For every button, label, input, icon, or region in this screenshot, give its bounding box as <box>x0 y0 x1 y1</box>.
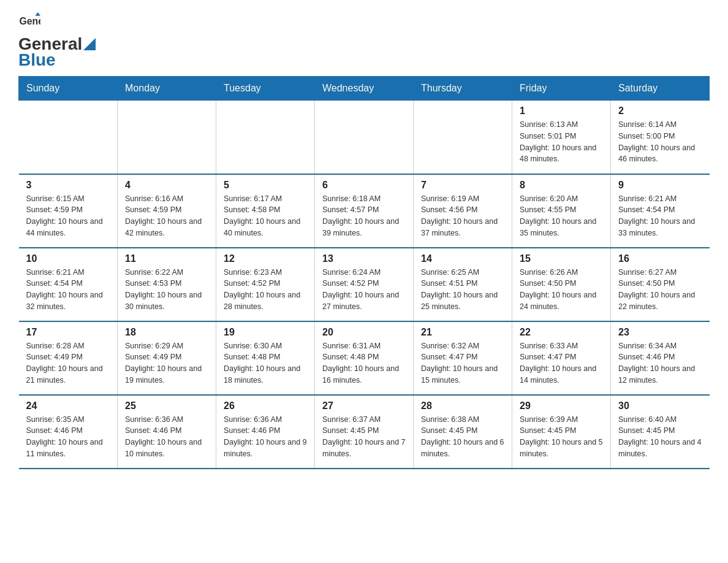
calendar-cell: 8Sunrise: 6:20 AM Sunset: 4:55 PM Daylig… <box>512 174 611 248</box>
day-info: Sunrise: 6:35 AM Sunset: 4:46 PM Dayligh… <box>26 414 110 460</box>
col-wednesday: Wednesday <box>315 77 414 101</box>
calendar-week-4: 17Sunrise: 6:28 AM Sunset: 4:49 PM Dayli… <box>19 321 710 395</box>
logo-triangle-icon <box>83 38 96 50</box>
calendar-cell: 29Sunrise: 6:39 AM Sunset: 4:45 PM Dayli… <box>512 395 611 469</box>
calendar-table: Sunday Monday Tuesday Wednesday Thursday… <box>18 76 710 469</box>
calendar-cell: 5Sunrise: 6:17 AM Sunset: 4:58 PM Daylig… <box>216 174 315 248</box>
calendar-cell: 27Sunrise: 6:37 AM Sunset: 4:45 PM Dayli… <box>315 395 414 469</box>
calendar-cell: 6Sunrise: 6:18 AM Sunset: 4:57 PM Daylig… <box>315 174 414 248</box>
day-number: 3 <box>26 180 110 191</box>
day-info: Sunrise: 6:31 AM Sunset: 4:48 PM Dayligh… <box>322 340 406 386</box>
col-tuesday: Tuesday <box>216 77 315 101</box>
day-info: Sunrise: 6:23 AM Sunset: 4:52 PM Dayligh… <box>224 267 307 313</box>
day-info: Sunrise: 6:40 AM Sunset: 4:45 PM Dayligh… <box>618 414 702 460</box>
day-number: 1 <box>520 105 603 117</box>
logo: General General Blue <box>18 12 96 70</box>
page-header: General General Blue <box>18 12 710 70</box>
calendar-cell: 10Sunrise: 6:21 AM Sunset: 4:54 PM Dayli… <box>19 248 118 321</box>
calendar-cell: 9Sunrise: 6:21 AM Sunset: 4:54 PM Daylig… <box>611 174 710 248</box>
day-info: Sunrise: 6:17 AM Sunset: 4:58 PM Dayligh… <box>224 193 307 239</box>
day-number: 11 <box>125 253 208 264</box>
calendar-cell: 26Sunrise: 6:36 AM Sunset: 4:46 PM Dayli… <box>216 395 315 469</box>
calendar-week-1: 1Sunrise: 6:13 AM Sunset: 5:01 PM Daylig… <box>19 101 710 174</box>
day-info: Sunrise: 6:19 AM Sunset: 4:56 PM Dayligh… <box>421 193 504 239</box>
col-saturday: Saturday <box>611 77 710 101</box>
day-info: Sunrise: 6:21 AM Sunset: 4:54 PM Dayligh… <box>26 267 110 313</box>
calendar-cell: 3Sunrise: 6:15 AM Sunset: 4:59 PM Daylig… <box>19 174 118 248</box>
svg-text:General: General <box>19 16 40 26</box>
day-number: 15 <box>520 253 603 264</box>
day-info: Sunrise: 6:27 AM Sunset: 4:50 PM Dayligh… <box>618 267 702 313</box>
day-info: Sunrise: 6:14 AM Sunset: 5:00 PM Dayligh… <box>618 119 702 165</box>
day-info: Sunrise: 6:39 AM Sunset: 4:45 PM Dayligh… <box>520 414 603 460</box>
calendar-cell: 20Sunrise: 6:31 AM Sunset: 4:48 PM Dayli… <box>315 321 414 395</box>
calendar-cell: 1Sunrise: 6:13 AM Sunset: 5:01 PM Daylig… <box>512 101 611 174</box>
calendar-cell: 21Sunrise: 6:32 AM Sunset: 4:47 PM Dayli… <box>414 321 512 395</box>
calendar-cell: 23Sunrise: 6:34 AM Sunset: 4:46 PM Dayli… <box>611 321 710 395</box>
calendar-cell: 30Sunrise: 6:40 AM Sunset: 4:45 PM Dayli… <box>611 395 710 469</box>
calendar-week-3: 10Sunrise: 6:21 AM Sunset: 4:54 PM Dayli… <box>19 248 710 321</box>
day-number: 16 <box>618 253 702 264</box>
calendar-cell: 14Sunrise: 6:25 AM Sunset: 4:51 PM Dayli… <box>414 248 512 321</box>
day-number: 18 <box>125 327 208 338</box>
day-number: 5 <box>224 180 307 191</box>
day-number: 29 <box>520 400 603 412</box>
day-info: Sunrise: 6:36 AM Sunset: 4:46 PM Dayligh… <box>125 414 208 460</box>
day-info: Sunrise: 6:22 AM Sunset: 4:53 PM Dayligh… <box>125 267 208 313</box>
calendar-cell: 28Sunrise: 6:38 AM Sunset: 4:45 PM Dayli… <box>414 395 512 469</box>
day-info: Sunrise: 6:15 AM Sunset: 4:59 PM Dayligh… <box>26 193 110 239</box>
calendar-cell <box>315 101 414 174</box>
header-row: Sunday Monday Tuesday Wednesday Thursday… <box>19 77 710 101</box>
calendar-cell: 7Sunrise: 6:19 AM Sunset: 4:56 PM Daylig… <box>414 174 512 248</box>
day-number: 19 <box>224 327 307 338</box>
col-friday: Friday <box>512 77 611 101</box>
day-number: 20 <box>322 327 406 338</box>
day-number: 28 <box>421 400 504 412</box>
calendar-cell: 16Sunrise: 6:27 AM Sunset: 4:50 PM Dayli… <box>611 248 710 321</box>
day-number: 17 <box>26 327 110 338</box>
calendar-cell: 25Sunrise: 6:36 AM Sunset: 4:46 PM Dayli… <box>118 395 216 469</box>
day-number: 8 <box>520 180 603 191</box>
svg-marker-2 <box>83 38 96 50</box>
day-number: 24 <box>26 400 110 412</box>
day-number: 6 <box>322 180 406 191</box>
calendar-cell: 13Sunrise: 6:24 AM Sunset: 4:52 PM Dayli… <box>315 248 414 321</box>
day-info: Sunrise: 6:20 AM Sunset: 4:55 PM Dayligh… <box>520 193 603 239</box>
day-number: 23 <box>618 327 702 338</box>
day-info: Sunrise: 6:34 AM Sunset: 4:46 PM Dayligh… <box>618 340 702 386</box>
calendar-cell: 18Sunrise: 6:29 AM Sunset: 4:49 PM Dayli… <box>118 321 216 395</box>
day-number: 26 <box>224 400 307 412</box>
day-number: 30 <box>618 400 702 412</box>
calendar-cell: 15Sunrise: 6:26 AM Sunset: 4:50 PM Dayli… <box>512 248 611 321</box>
day-info: Sunrise: 6:26 AM Sunset: 4:50 PM Dayligh… <box>520 267 603 313</box>
day-number: 7 <box>421 180 504 191</box>
day-info: Sunrise: 6:38 AM Sunset: 4:45 PM Dayligh… <box>421 414 504 460</box>
day-number: 12 <box>224 253 307 264</box>
day-number: 22 <box>520 327 603 338</box>
calendar-cell: 17Sunrise: 6:28 AM Sunset: 4:49 PM Dayli… <box>19 321 118 395</box>
calendar-body: 1Sunrise: 6:13 AM Sunset: 5:01 PM Daylig… <box>19 101 710 469</box>
day-number: 2 <box>618 105 702 117</box>
day-info: Sunrise: 6:25 AM Sunset: 4:51 PM Dayligh… <box>421 267 504 313</box>
day-info: Sunrise: 6:13 AM Sunset: 5:01 PM Dayligh… <box>520 119 603 165</box>
calendar-cell <box>19 101 118 174</box>
day-info: Sunrise: 6:18 AM Sunset: 4:57 PM Dayligh… <box>322 193 406 239</box>
calendar-week-5: 24Sunrise: 6:35 AM Sunset: 4:46 PM Dayli… <box>19 395 710 469</box>
calendar-cell: 4Sunrise: 6:16 AM Sunset: 4:59 PM Daylig… <box>118 174 216 248</box>
day-info: Sunrise: 6:29 AM Sunset: 4:49 PM Dayligh… <box>125 340 208 386</box>
logo-blue: Blue <box>18 50 96 70</box>
day-number: 9 <box>618 180 702 191</box>
day-info: Sunrise: 6:28 AM Sunset: 4:49 PM Dayligh… <box>26 340 110 386</box>
logo-icon: General <box>18 12 40 34</box>
day-info: Sunrise: 6:32 AM Sunset: 4:47 PM Dayligh… <box>421 340 504 386</box>
col-monday: Monday <box>118 77 216 101</box>
calendar-cell <box>216 101 315 174</box>
day-number: 10 <box>26 253 110 264</box>
calendar-cell: 2Sunrise: 6:14 AM Sunset: 5:00 PM Daylig… <box>611 101 710 174</box>
day-number: 27 <box>322 400 406 412</box>
calendar-cell <box>118 101 216 174</box>
day-info: Sunrise: 6:24 AM Sunset: 4:52 PM Dayligh… <box>322 267 406 313</box>
svg-marker-1 <box>35 12 40 16</box>
calendar-cell: 19Sunrise: 6:30 AM Sunset: 4:48 PM Dayli… <box>216 321 315 395</box>
day-number: 13 <box>322 253 406 264</box>
